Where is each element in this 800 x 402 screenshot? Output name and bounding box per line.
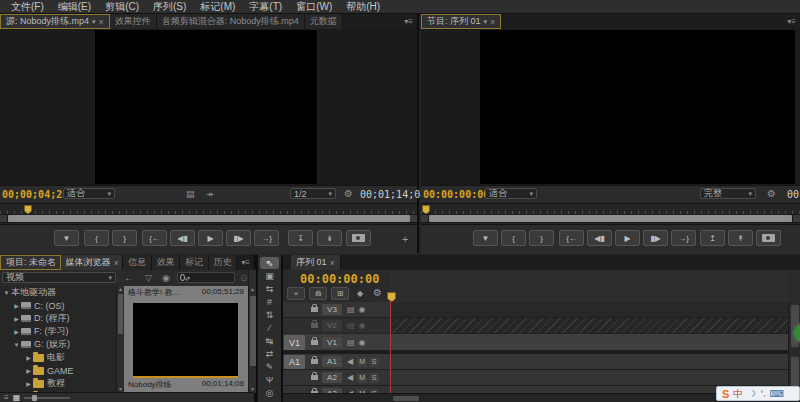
timeline-ruler[interactable]: 00:00 00:00:15:00 00:00:30:00 00:00:45:0… <box>390 270 788 303</box>
selection-tool[interactable]: ⇖ <box>260 257 279 269</box>
ripple-edit-tool[interactable]: ⇆ <box>260 283 279 295</box>
settings-wrench-icon[interactable]: ⚙ <box>767 188 776 199</box>
playhead-line[interactable] <box>390 300 391 393</box>
ime-language-icon[interactable]: 中 <box>733 387 743 401</box>
mark-in-button[interactable]: { <box>84 230 109 246</box>
snap-button[interactable]: ⋒ <box>309 287 327 300</box>
menu-file[interactable]: 文件(F) <box>4 0 51 14</box>
tree-item-local-drives[interactable]: ▼ 本地驱动器 <box>0 286 116 299</box>
tab-program[interactable]: 节目: 序列 01 ▾ × <box>421 14 501 29</box>
timeline-timecode[interactable]: 00:00:00:00 <box>300 272 379 286</box>
search-input[interactable] <box>192 273 232 282</box>
close-icon[interactable]: × <box>490 17 495 27</box>
tab-source[interactable]: 源: Nobody排练.mp4 ▾ × <box>0 14 110 29</box>
sync-lock-icon[interactable]: ▤ <box>347 338 355 347</box>
thumbnail-view-icon[interactable]: ▦ <box>13 393 21 402</box>
tree-item-drive-f[interactable]: ▶ F: (学习) <box>0 325 116 338</box>
step-forward-button[interactable]: ▮▶ <box>226 230 251 246</box>
chevron-collapsed-icon[interactable]: ▶ <box>24 354 33 361</box>
scroll-right-cap[interactable] <box>410 215 417 222</box>
tab-media-browser[interactable]: 媒体浏览器 × <box>61 255 124 270</box>
menu-clip[interactable]: 剪辑(C) <box>98 0 146 14</box>
tab-history[interactable]: 历史 <box>209 255 237 270</box>
source-patch-audio[interactable]: A1 <box>284 355 305 369</box>
media-item-partial[interactable]: 格斗教学! 教... 00;05;51;28 <box>124 286 248 299</box>
menu-sequence[interactable]: 序列(S) <box>146 0 193 14</box>
track-name[interactable]: A1 <box>322 356 342 367</box>
close-icon[interactable]: × <box>114 258 119 268</box>
overwrite-button[interactable]: ↡ <box>317 230 342 246</box>
track-name[interactable]: V2 <box>322 320 342 331</box>
step-forward-button[interactable]: ▮▶ <box>643 230 668 246</box>
track-name[interactable]: V3 <box>322 304 342 315</box>
tree-item-drive-g[interactable]: ▼ G: (娱乐) <box>0 338 116 351</box>
mute-button[interactable]: M <box>357 357 367 367</box>
scroll-left-cap[interactable] <box>421 215 428 222</box>
goto-out-button[interactable]: →} <box>671 230 696 246</box>
zoom-tool[interactable]: ◎ <box>260 387 279 399</box>
scrollbar-thumb[interactable] <box>8 215 410 222</box>
track-content-v1[interactable] <box>390 334 788 351</box>
track-content-a1[interactable] <box>390 354 788 370</box>
program-playhead[interactable] <box>422 205 430 214</box>
punctuation-icon[interactable]: °, <box>760 389 765 398</box>
moon-icon[interactable]: ☽ <box>747 388 756 399</box>
chevron-collapsed-icon[interactable]: ▶ <box>24 367 33 374</box>
source-timecode[interactable]: 00;00;04;23 <box>2 189 68 200</box>
sogou-logo-icon[interactable]: S <box>722 388 729 400</box>
timeline-settings-wrench-icon[interactable]: ⚙ <box>373 287 382 298</box>
program-timecode[interactable]: 00:00:00:00 <box>423 189 489 200</box>
sync-lock-icon[interactable]: ▤ <box>347 321 355 330</box>
panel-menu-icon[interactable]: ▾≡ <box>783 14 800 29</box>
tree-item-folder-movies[interactable]: ▶ 电影 <box>0 351 116 364</box>
menu-edit[interactable]: 编辑(E) <box>51 0 98 14</box>
track-content-v3[interactable] <box>390 302 788 318</box>
program-video[interactable] <box>480 30 795 184</box>
lock-icon[interactable] <box>311 375 318 380</box>
lock-icon[interactable] <box>311 340 318 345</box>
tree-item-folder-tutorial[interactable]: ▶ 教程 <box>0 377 116 390</box>
tab-effects[interactable]: 效果 <box>152 255 180 270</box>
chevron-down-icon[interactable]: ▾ <box>92 18 96 26</box>
close-icon[interactable]: × <box>330 258 335 268</box>
tree-item-drive-c[interactable]: ▶ C: (OS) <box>0 299 116 312</box>
source-zoom-select[interactable]: 适合▾ <box>63 188 115 199</box>
close-icon[interactable]: × <box>99 17 104 27</box>
tree-scrollbar[interactable]: ▲ ▼ <box>116 286 124 393</box>
source-playhead[interactable] <box>24 205 32 214</box>
chevron-collapsed-icon[interactable]: ▶ <box>12 302 21 309</box>
speaker-icon[interactable]: ◀ <box>347 357 353 366</box>
solo-button[interactable]: S <box>369 373 379 383</box>
hand-tool[interactable]: Ψ <box>260 374 279 386</box>
chevron-expanded-icon[interactable]: ▼ <box>12 342 21 348</box>
mark-out-button[interactable]: } <box>529 230 554 246</box>
speaker-icon[interactable]: ◀ <box>347 373 353 382</box>
insert-button[interactable]: ↧ <box>288 230 313 246</box>
add-marker-button[interactable]: ▼ <box>54 230 79 246</box>
nest-toggle-button[interactable]: × <box>287 287 305 300</box>
scroll-right-cap[interactable] <box>793 215 800 222</box>
export-frame-button[interactable] <box>756 230 781 246</box>
menu-title[interactable]: 字幕(T) <box>242 0 289 14</box>
timeline-scrollbar[interactable] <box>788 302 800 393</box>
track-name[interactable]: A2 <box>322 372 342 383</box>
tree-item-folder-game[interactable]: ▶ GAME <box>0 364 116 377</box>
source-scrollbar[interactable] <box>0 214 417 223</box>
step-back-button[interactable]: ◀▮ <box>170 230 195 246</box>
export-frame-button[interactable] <box>346 230 371 246</box>
scroll-up-icon[interactable]: ▲ <box>117 286 124 293</box>
scroll-left-cap[interactable] <box>0 215 7 222</box>
pen-tool[interactable]: ✎ <box>260 361 279 373</box>
button-editor-plus[interactable]: + <box>402 233 408 245</box>
tab-info[interactable]: 信息 <box>123 255 151 270</box>
panel-menu-icon[interactable]: ▾≡ <box>400 14 417 29</box>
play-button[interactable]: ▶ <box>615 230 640 246</box>
mark-in-button[interactable]: { <box>501 230 526 246</box>
track-name[interactable]: V1 <box>322 337 342 348</box>
slip-tool[interactable]: ↹ <box>260 335 279 347</box>
program-zoom-select[interactable]: 适合▾ <box>485 188 537 199</box>
settings-wrench-icon[interactable]: ⚙ <box>344 188 353 199</box>
list-view-icon[interactable]: ≡ <box>4 393 9 402</box>
chevron-expanded-icon[interactable]: ▼ <box>2 290 11 296</box>
thumbnail-size-slider[interactable] <box>24 397 70 399</box>
